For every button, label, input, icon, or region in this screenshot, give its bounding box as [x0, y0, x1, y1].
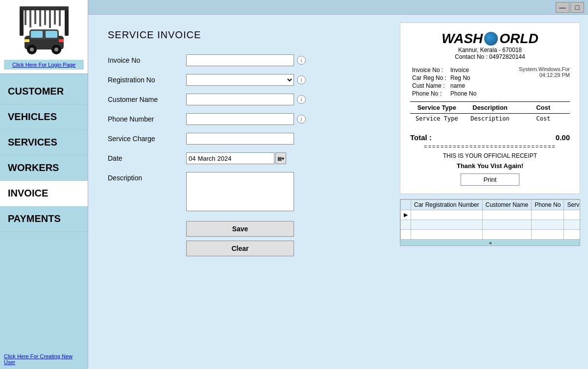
invoice-card: WASH ORLD Kannur, Kerala - 670018 Contac… — [400, 23, 580, 194]
service-charge-input[interactable] — [186, 133, 294, 145]
col-cost: Cost — [516, 104, 570, 111]
brand-world-text: ORLD — [499, 31, 538, 47]
invoice-table-header: Service Type Description Cost — [410, 101, 570, 114]
customer-name-input-wrap: i — [186, 94, 306, 105]
svg-rect-0 — [20, 6, 24, 36]
invoice-contact: Contact No : 04972820144 — [410, 53, 570, 60]
row-service-id — [564, 210, 580, 220]
svg-point-16 — [30, 48, 34, 51]
row-service-type: Service Type — [410, 115, 464, 122]
customer-name-row: Customer Name i — [108, 94, 372, 105]
customer-name-label: Customer Name — [108, 96, 186, 103]
row-indicator — [401, 230, 411, 240]
row-phone — [532, 230, 564, 240]
service-charge-label: Service Charge — [108, 135, 186, 143]
table-row[interactable] — [401, 220, 581, 230]
sidebar-item-workers[interactable]: WORKERS — [0, 155, 88, 181]
minimize-button[interactable]: — — [556, 2, 569, 13]
row-car-reg — [411, 220, 483, 230]
col-service-type: Service Type — [410, 104, 464, 111]
customer-name-input[interactable] — [186, 94, 294, 105]
save-button[interactable]: Save — [186, 221, 294, 237]
row-service-id — [564, 230, 580, 240]
table-row[interactable]: ▶ — [401, 210, 581, 220]
svg-rect-13 — [31, 31, 43, 38]
svg-rect-6 — [39, 10, 41, 26]
svg-rect-1 — [65, 6, 69, 36]
sidebar-item-invoice[interactable]: INVOICE — [0, 181, 88, 206]
invoice-panel: WASH ORLD Kannur, Kerala - 670018 Contac… — [392, 15, 588, 369]
row-phone — [532, 210, 564, 220]
car-reg-label: Car Reg No : — [410, 74, 448, 82]
print-button[interactable]: Print — [461, 173, 519, 186]
row-indicator — [401, 220, 411, 230]
sidebar-item-services[interactable]: SERVICES — [0, 130, 88, 155]
phone-number-label: Phone Number — [108, 115, 186, 123]
col-cust-name: Customer Name — [482, 200, 531, 210]
maximize-button[interactable]: □ — [570, 2, 584, 13]
phone-number-info-icon[interactable]: i — [297, 115, 306, 123]
invoice-no-input[interactable] — [186, 54, 294, 66]
invoice-no-info-icon[interactable]: i — [297, 56, 306, 65]
svg-rect-5 — [34, 10, 36, 24]
date-display[interactable]: 04 March 2024 — [186, 152, 274, 164]
brand-wash-text: WASH — [441, 31, 483, 47]
sidebar-nav: CUSTOMER VEHICLES SERVICES WORKERS INVOI… — [0, 79, 88, 349]
invoice-meta-left: Invoice No : Invoice Car Reg No : Reg No… — [410, 66, 478, 98]
system-info: System.Windows.For — [519, 66, 570, 72]
row-description: Description — [464, 115, 517, 122]
date-day: 04 — [189, 155, 196, 162]
invoice-total-section: Total : 0.00 — [410, 133, 570, 142]
date-year: 2024 — [218, 155, 232, 162]
invoice-no-label: Invoice No — [108, 56, 186, 64]
invoice-meta-right: System.Windows.For 04:12:29 PM — [519, 66, 570, 98]
date-picker-button[interactable]: ▦▾ — [275, 152, 286, 164]
form-title: SERVICE INVOICE — [108, 29, 372, 41]
invoice-time: 04:12:29 PM — [519, 72, 570, 78]
registration-no-select[interactable] — [186, 74, 294, 86]
sidebar: Click Here For Login Page CUSTOMER VEHIC… — [0, 0, 88, 369]
registration-no-row: Registration No i — [108, 74, 372, 86]
invoice-header: WASH ORLD Kannur, Kerala - 670018 Contac… — [410, 31, 570, 60]
col-indicator — [401, 200, 411, 210]
customer-name-info-icon[interactable]: i — [297, 95, 306, 104]
registration-no-info-icon[interactable]: i — [297, 75, 306, 84]
cust-name-label: Cust Name : — [410, 82, 448, 90]
row-car-reg — [411, 210, 483, 220]
svg-point-18 — [54, 48, 58, 51]
row-cost: Cost — [516, 115, 570, 122]
new-user-link[interactable]: Click Here For Creating New User — [0, 349, 88, 369]
table-row[interactable] — [401, 230, 581, 240]
clear-button[interactable]: Clear — [186, 241, 294, 256]
login-link[interactable]: Click Here For Login Page — [4, 60, 84, 70]
form-actions: Save Clear — [186, 221, 372, 256]
bottom-table: Car Registration Number Customer Name Ph… — [400, 199, 580, 240]
calendar-icon: ▦▾ — [277, 156, 284, 161]
content-area: SERVICE INVOICE Invoice No i Registratio… — [88, 15, 588, 369]
globe-icon — [484, 32, 498, 46]
sidebar-item-payments[interactable]: PAYMENTS — [0, 206, 88, 232]
sidebar-item-vehicles[interactable]: VEHICLES — [0, 104, 88, 130]
row-indicator: ▶ — [401, 210, 411, 220]
row-car-reg — [411, 230, 483, 240]
form-panel: SERVICE INVOICE Invoice No i Registratio… — [88, 15, 392, 369]
phone-value: Phone No — [448, 90, 478, 98]
svg-rect-19 — [24, 39, 29, 42]
invoice-no-label: Invoice No : — [410, 66, 448, 74]
col-car-reg: Car Registration Number — [411, 200, 483, 210]
window-controls: — □ — [556, 2, 584, 13]
date-row: Date 04 March 2024 ▦▾ — [108, 152, 372, 164]
col-description: Description — [464, 104, 517, 111]
svg-rect-7 — [44, 10, 46, 25]
registration-no-label: Registration No — [108, 76, 186, 84]
phone-number-input[interactable] — [186, 113, 294, 125]
sidebar-item-customer[interactable]: CUSTOMER — [0, 79, 88, 104]
registration-no-input-wrap: i — [186, 74, 306, 86]
description-textarea[interactable] — [186, 172, 294, 211]
total-label: Total : — [410, 133, 432, 142]
svg-rect-3 — [24, 10, 26, 25]
cust-name-value: name — [448, 82, 478, 90]
invoice-brand: WASH ORLD — [410, 31, 570, 47]
invoice-address: Kannur, Kerala - 670018 — [410, 47, 570, 53]
scroll-bar[interactable]: ◄ — [400, 240, 580, 246]
